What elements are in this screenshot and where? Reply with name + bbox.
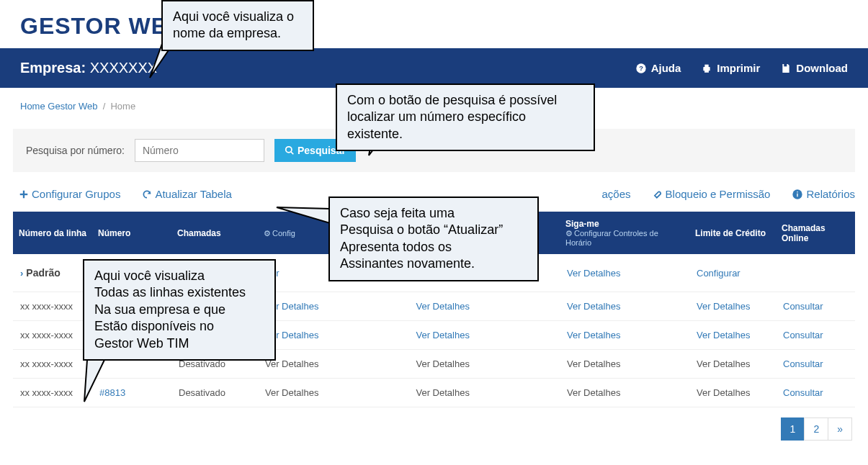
cell-line: xx xxxx-xxxx [13, 321, 92, 350]
search-label: Pesquisa por número: [26, 145, 125, 156]
svg-rect-11 [797, 193, 798, 197]
page-next[interactable]: » [828, 417, 852, 441]
block-permission-label: Bloqueio e Permissão [666, 188, 771, 200]
cell-online[interactable]: Consultar [776, 321, 855, 350]
info-icon [792, 189, 803, 200]
table-row: xx xxxx-xxxx#8813DesativadoVer DetalhesV… [13, 379, 855, 407]
cell-details-1: Ver Detalhes [258, 379, 409, 407]
breadcrumb-current: Home [110, 101, 135, 112]
page-2[interactable]: 2 [804, 417, 828, 441]
configure-groups-action[interactable]: Configurar Grupos [19, 188, 120, 200]
help-label: Ajuda [651, 62, 681, 74]
svg-marker-15 [84, 360, 104, 402]
callout-tail [274, 202, 331, 230]
cell-credit: Ver Detalhes [689, 379, 776, 407]
help-icon: ? [635, 63, 647, 74]
page-1[interactable]: 1 [781, 417, 805, 441]
print-label: Imprimir [717, 62, 760, 74]
cell-online[interactable]: Consultar [776, 292, 855, 321]
block-permission-action[interactable]: Bloqueio e Permissão [653, 188, 771, 200]
cell-line: xx xxxx-xxxx [13, 292, 92, 321]
callout-search: Com o botão de pesquisa é possível local… [336, 83, 595, 151]
cell-credit: Ver Detalhes [689, 350, 776, 379]
cell-details-2: Ver Detalhes [409, 379, 560, 407]
help-link[interactable]: ? Ajuda [635, 62, 681, 74]
cell-details-1: Ver Detalhes [258, 350, 409, 379]
notifications-label: ações [602, 188, 631, 200]
svg-rect-3 [705, 64, 709, 66]
svg-rect-5 [784, 64, 787, 66]
th-online-calls: Chamadas Online [776, 212, 855, 254]
cell-details-2[interactable]: Ver Detalhes [409, 321, 560, 350]
th-follow-me: Siga-me ⚙Configurar Controles de Horário [560, 212, 689, 254]
callout-lines: Aqui você visualiza Todas as linhas exis… [83, 259, 276, 361]
svg-rect-4 [705, 69, 709, 72]
download-link[interactable]: Download [780, 62, 848, 74]
refresh-table-action[interactable]: Atualizar Tabela [142, 188, 231, 200]
svg-marker-16 [277, 207, 330, 223]
th-credit-limit: Limite de Crédito [689, 212, 776, 254]
svg-point-6 [286, 147, 292, 153]
svg-text:?: ? [639, 65, 643, 72]
company-label: Empresa: [20, 60, 90, 76]
svg-rect-12 [797, 191, 798, 192]
cell-follow: Ver Detalhes [560, 379, 689, 407]
download-label: Download [796, 62, 848, 74]
cell-credit[interactable]: Ver Detalhes [689, 321, 776, 350]
cell-online[interactable]: Consultar [776, 350, 855, 379]
cell-line: xx xxxx-xxxx [13, 350, 92, 379]
reports-label: Relatórios [806, 188, 855, 200]
save-icon [780, 63, 792, 74]
follow-me-sub-link[interactable]: ⚙Configurar Controles de Horário [565, 229, 684, 247]
cell-online[interactable]: Consultar [776, 379, 855, 407]
cell-follow[interactable]: Ver Detalhes [560, 254, 689, 292]
cell-line: ›Padrão [13, 254, 92, 292]
callout-tail [83, 358, 119, 409]
print-icon [701, 63, 712, 74]
cell-credit[interactable]: Configurar [689, 254, 776, 292]
plus-icon [19, 189, 29, 199]
svg-rect-9 [20, 193, 28, 194]
notifications-action[interactable]: ações [602, 188, 631, 200]
search-icon [285, 145, 295, 155]
callout-company-name: Aqui você visualiza o nome da empresa. [161, 0, 314, 51]
refresh-icon [142, 189, 152, 199]
search-input[interactable] [135, 139, 264, 162]
breadcrumb-home-link[interactable]: Home Gestor Web [20, 101, 97, 112]
th-line-number: Número da linha [13, 212, 92, 254]
cell-follow[interactable]: Ver Detalhes [560, 292, 689, 321]
pagination: 1 2 » [13, 407, 855, 451]
svg-line-7 [291, 152, 294, 155]
th-abs-number: Número [92, 212, 171, 254]
cell-follow[interactable]: Ver Detalhes [560, 321, 689, 350]
configure-groups-label: Configurar Grupos [32, 188, 120, 200]
company-bar: Empresa: XXXXXXX ? Ajuda Imprimir Downlo… [0, 48, 868, 88]
refresh-table-label: Atualizar Tabela [155, 188, 231, 200]
cell-details-2[interactable]: Ver Detalhes [409, 292, 560, 321]
cell-follow: Ver Detalhes [560, 350, 689, 379]
cell-details-1[interactable]: Ver Detalhes [258, 292, 409, 321]
cell-details-1[interactable]: Ver Detalhes [258, 321, 409, 350]
cell-credit[interactable]: Ver Detalhes [689, 292, 776, 321]
cell-line: xx xxxx-xxxx [13, 379, 92, 407]
app-logo: GESTOR WEB [0, 0, 868, 48]
cell-status: Desativado [171, 379, 258, 407]
cell-online[interactable] [776, 254, 855, 292]
print-link[interactable]: Imprimir [701, 62, 760, 74]
cell-details-2: Ver Detalhes [409, 350, 560, 379]
wrench-icon [653, 189, 663, 199]
th-remote-calls: Chamadas [171, 212, 258, 254]
reports-action[interactable]: Relatórios [792, 188, 855, 200]
callout-refresh: Caso seja feita uma Pesquisa o botão “At… [328, 197, 539, 281]
